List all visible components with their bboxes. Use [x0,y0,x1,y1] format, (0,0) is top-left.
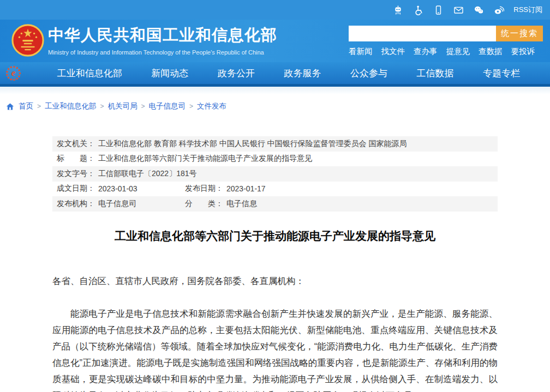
home-icon[interactable] [5,102,15,111]
meta-value: 工信部联电子〔2022〕181号 [98,169,197,179]
nav-item-public-participation[interactable]: 公众参与 [350,67,387,80]
search-area: 统一搜索 看新闻 找文件 查办事 提意见 查数据 要投诉 [349,26,543,57]
document-salutation: 各省、自治区、直辖市人民政府，国务院各部委、各直属机构： [52,275,498,287]
breadcrumb-separator: > [141,102,145,110]
breadcrumb-departments[interactable]: 机关司局 [108,101,138,111]
document-container: 发文机关： 工业和信息化部 教育部 科学技术部 中国人民银行 中国银行保险监督管… [52,136,498,392]
accessibility-icon[interactable] [412,4,423,15]
document-body-paragraph: 能源电子产业是电子信息技术和新能源需求融合创新产生并快速发展的新兴产业，是生产能… [52,305,498,392]
meta-value: 电子信息司 [98,199,136,209]
breadcrumb-separator: > [100,102,104,110]
meta-label: 发文字号： [57,169,95,179]
nav-item-special-topics[interactable]: 专题专栏 [483,67,520,80]
quick-link-complaints[interactable]: 要投诉 [511,46,535,57]
nav-item-miit-data[interactable]: 工信数据 [417,67,454,80]
meta-label: 分 类： [185,199,223,209]
meta-value: 2023-01-17 [226,184,266,193]
meta-value: 工业和信息化部 教育部 科学技术部 中国人民银行 中国银行保险监督管理委员会 国… [98,139,406,149]
search-button[interactable]: 统一搜索 [496,26,543,41]
main-nav: e 工业和信息化部 新闻动态 政务公开 政务服务 公众参与 工信数据 专题专栏 [0,62,550,87]
robot-icon[interactable] [392,4,403,15]
weibo-icon[interactable] [493,4,504,15]
meta-label: 发文机关： [57,139,95,149]
breadcrumb-miit[interactable]: 工业和信息化部 [45,101,97,111]
nav-item-miit[interactable]: 工业和信息化部 [57,67,122,80]
meta-row-title: 标 题： 工业和信息化部等六部门关于推动能源电子产业发展的指导意见 [52,152,498,167]
meta-value: 工业和信息化部等六部门关于推动能源电子产业发展的指导意见 [98,154,312,164]
quick-link-suggestions[interactable]: 提意见 [446,46,470,57]
meta-row-publisher-category: 发布机构： 电子信息司 分 类： 电子信息 [52,196,498,212]
quick-link-news[interactable]: 看新闻 [349,46,373,57]
national-emblem-logo[interactable] [11,23,45,57]
nav-item-news[interactable]: 新闻动态 [151,67,188,80]
quick-links: 看新闻 找文件 查办事 提意见 查数据 要投诉 [349,46,543,57]
breadcrumb-separator: > [37,102,41,110]
breadcrumb-home[interactable]: 首页 [19,101,33,111]
document-meta-table: 发文机关： 工业和信息化部 教育部 科学技术部 中国人民银行 中国银行保险监督管… [52,136,498,212]
site-title: 中华人民共和国工业和信息化部 [48,25,277,46]
breadcrumb: 首页 > 工业和信息化部 > 机关司局 > 电子信息司 > 文件发布 [5,101,550,111]
rss-subscribe-link[interactable]: RSS订阅 [513,5,542,15]
site-title-block[interactable]: 中华人民共和国工业和信息化部 Ministry of Industry and … [48,25,277,56]
breadcrumb-document-release[interactable]: 文件发布 [197,101,226,111]
wechat-icon[interactable] [473,4,484,15]
page: RSS订阅 中华人民共和国工业和信息化部 Ministry of Industr… [0,0,550,392]
meta-value: 电子信息 [226,199,257,209]
meta-label: 成文日期： [57,184,95,194]
search-input[interactable] [349,26,496,41]
mobile-icon[interactable] [433,4,444,15]
miit-e-logo-icon[interactable]: e [6,66,21,81]
document-title: 工业和信息化部等六部门关于推动能源电子产业发展的指导意见 [52,228,498,244]
mail-icon[interactable] [453,4,464,15]
nav-item-gov-disclosure[interactable]: 政务公开 [218,67,255,80]
header-shadow-band [0,87,550,94]
meta-label: 发布日期： [185,184,223,194]
nav-list: 工业和信息化部 新闻动态 政务公开 政务服务 公众参与 工信数据 专题专栏 [21,67,550,80]
nav-item-gov-services[interactable]: 政务服务 [284,67,321,80]
topbar: RSS订阅 [0,0,550,20]
meta-row-issuing-agency: 发文机关： 工业和信息化部 教育部 科学技术部 中国人民银行 中国银行保险监督管… [52,136,498,152]
quick-link-data[interactable]: 查数据 [479,46,503,57]
site-header: 中华人民共和国工业和信息化部 Ministry of Industry and … [0,20,550,62]
breadcrumb-electronic-info-dept[interactable]: 电子信息司 [149,101,186,111]
quick-link-services[interactable]: 查办事 [414,46,438,57]
meta-value: 2023-01-03 [98,184,138,193]
breadcrumb-separator: > [189,102,193,110]
meta-label: 标 题： [57,154,95,164]
meta-label: 发布机构： [57,199,95,209]
meta-row-document-number: 发文字号： 工信部联电子〔2022〕181号 [52,166,498,182]
quick-link-files[interactable]: 找文件 [381,46,405,57]
meta-row-dates: 成文日期： 2023-01-03 发布日期： 2023-01-17 [52,182,498,197]
site-subtitle: Ministry of Industry and Information Tec… [48,49,277,56]
